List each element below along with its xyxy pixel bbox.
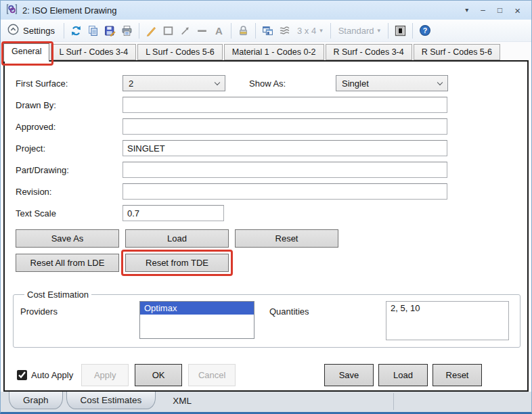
help-button[interactable]: ?	[416, 22, 433, 39]
providers-label: Providers	[20, 301, 139, 317]
quantities-label: Quantities	[269, 301, 386, 317]
toolbar-separator	[330, 23, 331, 39]
chevron-down-icon: ▾	[377, 27, 380, 34]
part-drawing-row: Part/Drawing:	[16, 162, 516, 178]
text-icon: A	[215, 25, 223, 37]
reset-settings-button[interactable]: Reset	[433, 364, 482, 386]
ok-button[interactable]: OK	[135, 364, 182, 386]
chevron-down-icon: ▾	[319, 27, 323, 34]
settings-buttons-row: Save As Load Reset	[16, 229, 516, 248]
save-icon	[104, 25, 116, 37]
first-surface-row: First Surface: 2 Show As: Singlet	[16, 75, 516, 91]
show-as-label: Show As:	[249, 78, 336, 89]
first-surface-combo[interactable]: 2	[123, 75, 225, 91]
bottom-tab-graph[interactable]: Graph	[9, 392, 63, 409]
arrow-icon	[179, 25, 191, 37]
pencil-tool-button[interactable]	[143, 22, 160, 39]
cascade-windows-icon	[262, 25, 273, 37]
drawn-by-input[interactable]	[123, 97, 447, 113]
load-button[interactable]: Load	[125, 229, 229, 248]
approved-label: Approved:	[16, 122, 123, 132]
approved-row: Approved:	[16, 118, 516, 135]
layers-icon	[279, 25, 290, 37]
app-window: 2: ISO Element Drawing ▾ – □ × Settings	[0, 0, 532, 414]
part-drawing-input[interactable]	[123, 162, 447, 178]
auto-apply-checkbox[interactable]	[17, 370, 27, 380]
settings-button[interactable]: Settings	[5, 22, 60, 39]
grid-size-dropdown: 3 x 4 ▾	[293, 26, 327, 36]
chevron-down-icon	[215, 80, 220, 85]
save-button[interactable]	[102, 22, 118, 39]
revision-input[interactable]	[123, 183, 447, 200]
tab-l-surf-codes-5-6[interactable]: L Surf - Codes 5-6	[137, 44, 223, 60]
print-icon	[121, 25, 133, 37]
tab-r-surf-codes-5-6[interactable]: R Surf - Codes 5-6	[414, 44, 500, 60]
apply-button: Apply	[81, 364, 129, 386]
refresh-button[interactable]	[68, 22, 85, 39]
print-button[interactable]	[118, 22, 135, 39]
reset-button[interactable]: Reset	[235, 229, 338, 248]
approved-input[interactable]	[123, 118, 447, 135]
standard-dropdown: Standard ▾	[334, 26, 384, 36]
pencil-icon	[146, 25, 157, 37]
show-as-value: Singlet	[342, 78, 369, 89]
reset-from-tde-button[interactable]: Reset from TDE	[125, 254, 229, 272]
auto-apply-label: Auto Apply	[31, 370, 73, 380]
revision-row: Revision:	[16, 183, 516, 200]
window-controls: ▾ – □ ×	[465, 5, 526, 16]
layers-button[interactable]	[276, 22, 293, 39]
lock-icon	[238, 25, 249, 37]
copy-button[interactable]	[85, 22, 102, 39]
minimize-button[interactable]: –	[481, 6, 485, 14]
rectangle-tool-button[interactable]	[160, 22, 177, 39]
first-surface-label: First Surface:	[16, 78, 123, 89]
footer-actions: Auto Apply Apply OK Cancel Save Load Res…	[16, 364, 516, 386]
save-as-button[interactable]: Save As	[16, 229, 119, 248]
tabstrip: General L Surf - Codes 3-4 L Surf - Code…	[1, 42, 531, 60]
tab-l-surf-codes-3-4[interactable]: L Surf - Codes 3-4	[51, 44, 136, 60]
arrow-tool-button[interactable]	[177, 22, 194, 39]
tab-general[interactable]: General	[3, 43, 49, 62]
reset-buttons-row: Reset All from LDE Reset from TDE	[16, 254, 516, 272]
footer-right-buttons: Save Load Reset	[324, 364, 487, 386]
toolbar-separator	[255, 23, 256, 39]
reset-all-from-lde-button[interactable]: Reset All from LDE	[16, 254, 119, 272]
tab-r-surf-codes-3-4[interactable]: R Surf - Codes 3-4	[326, 44, 412, 60]
bottom-tab-cost-estimates[interactable]: Cost Estimates	[66, 392, 156, 409]
window-menu-button[interactable]: ▾	[465, 7, 468, 14]
toolbar-separator	[388, 23, 389, 39]
part-drawing-label: Part/Drawing:	[16, 165, 123, 175]
svg-text:?: ?	[422, 26, 427, 34]
text-tool-button[interactable]: A	[210, 22, 227, 39]
providers-listbox[interactable]: Optimax	[139, 301, 254, 339]
show-as-combo[interactable]: Singlet	[336, 75, 448, 91]
drawn-by-label: Drawn By:	[16, 100, 123, 110]
save-settings-button[interactable]: Save	[324, 364, 374, 386]
load-settings-button[interactable]: Load	[378, 364, 428, 386]
help-icon: ?	[419, 24, 431, 37]
maximize-button[interactable]: □	[497, 6, 502, 14]
project-input[interactable]	[123, 140, 447, 156]
toolbar-separator	[139, 23, 139, 39]
revision-label: Revision:	[16, 187, 123, 197]
quantities-textarea[interactable]: 2, 5, 10	[386, 301, 509, 340]
text-scale-label: Text Scale	[16, 208, 123, 218]
rectangle-icon	[162, 25, 174, 37]
tab-material-1-codes-0-2[interactable]: Material 1 - Codes 0-2	[224, 44, 324, 60]
bottom-tabstrip: Graph Cost Estimates XML	[1, 392, 531, 412]
content-panel: First Surface: 2 Show As: Singlet Drawn …	[3, 60, 529, 392]
invert-display-button[interactable]	[392, 22, 409, 39]
cascade-windows-button[interactable]	[259, 22, 276, 39]
cost-estimation-group: Cost Estimation Providers Optimax Quanti…	[13, 290, 520, 348]
refresh-icon	[70, 25, 82, 37]
toolbar-separator	[64, 23, 64, 39]
text-scale-row: Text Scale	[16, 205, 516, 221]
project-row: Project:	[16, 140, 516, 156]
text-scale-input[interactable]	[123, 205, 224, 221]
close-button[interactable]: ×	[514, 5, 520, 16]
provider-item-optimax[interactable]: Optimax	[140, 302, 254, 315]
bottom-tab-xml[interactable]: XML	[159, 392, 205, 409]
lock-button[interactable]	[235, 22, 252, 39]
line-tool-button[interactable]	[194, 22, 210, 39]
first-surface-value: 2	[129, 78, 133, 89]
